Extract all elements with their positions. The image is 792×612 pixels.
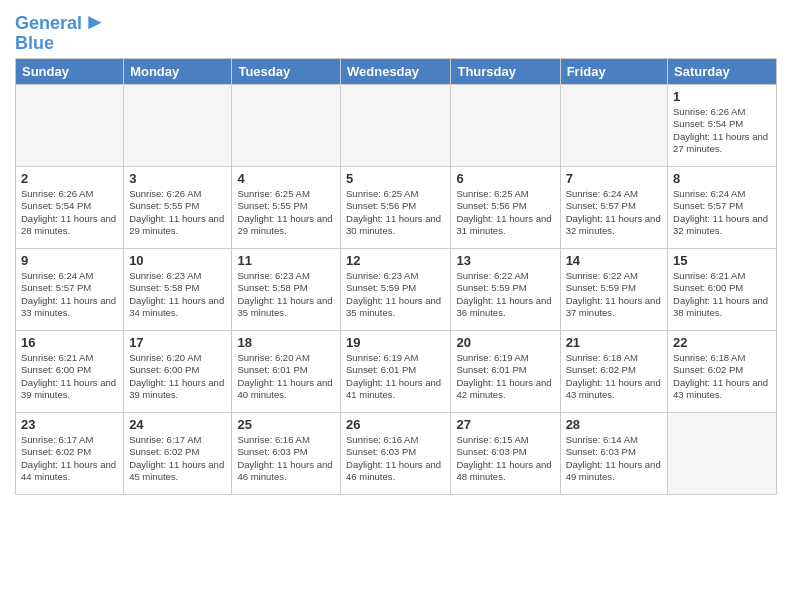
week-row-2: 9Sunrise: 6:24 AM Sunset: 5:57 PM Daylig…	[16, 248, 777, 330]
calendar-cell	[341, 84, 451, 166]
weekday-header-friday: Friday	[560, 58, 667, 84]
calendar-cell: 28Sunrise: 6:14 AM Sunset: 6:03 PM Dayli…	[560, 412, 667, 494]
day-info: Sunrise: 6:15 AM Sunset: 6:03 PM Dayligh…	[456, 434, 554, 483]
day-info: Sunrise: 6:24 AM Sunset: 5:57 PM Dayligh…	[21, 270, 118, 319]
day-number: 9	[21, 253, 118, 268]
calendar-cell: 15Sunrise: 6:21 AM Sunset: 6:00 PM Dayli…	[668, 248, 777, 330]
weekday-header-wednesday: Wednesday	[341, 58, 451, 84]
week-row-0: 1Sunrise: 6:26 AM Sunset: 5:54 PM Daylig…	[16, 84, 777, 166]
header: General► Blue	[15, 10, 777, 54]
calendar-cell: 11Sunrise: 6:23 AM Sunset: 5:58 PM Dayli…	[232, 248, 341, 330]
day-number: 2	[21, 171, 118, 186]
day-number: 28	[566, 417, 662, 432]
day-number: 1	[673, 89, 771, 104]
day-info: Sunrise: 6:21 AM Sunset: 6:00 PM Dayligh…	[673, 270, 771, 319]
calendar-cell	[124, 84, 232, 166]
day-info: Sunrise: 6:22 AM Sunset: 5:59 PM Dayligh…	[566, 270, 662, 319]
day-info: Sunrise: 6:20 AM Sunset: 6:01 PM Dayligh…	[237, 352, 335, 401]
day-number: 8	[673, 171, 771, 186]
day-info: Sunrise: 6:26 AM Sunset: 5:54 PM Dayligh…	[21, 188, 118, 237]
calendar-cell: 2Sunrise: 6:26 AM Sunset: 5:54 PM Daylig…	[16, 166, 124, 248]
day-info: Sunrise: 6:17 AM Sunset: 6:02 PM Dayligh…	[21, 434, 118, 483]
day-number: 23	[21, 417, 118, 432]
day-info: Sunrise: 6:25 AM Sunset: 5:56 PM Dayligh…	[346, 188, 445, 237]
calendar-cell	[668, 412, 777, 494]
page-container: General► Blue SundayMondayTuesdayWednesd…	[0, 0, 792, 505]
day-info: Sunrise: 6:23 AM Sunset: 5:58 PM Dayligh…	[129, 270, 226, 319]
calendar-cell: 23Sunrise: 6:17 AM Sunset: 6:02 PM Dayli…	[16, 412, 124, 494]
weekday-header-row: SundayMondayTuesdayWednesdayThursdayFrid…	[16, 58, 777, 84]
day-info: Sunrise: 6:25 AM Sunset: 5:56 PM Dayligh…	[456, 188, 554, 237]
logo: General► Blue	[15, 10, 106, 54]
day-number: 13	[456, 253, 554, 268]
calendar-cell: 27Sunrise: 6:15 AM Sunset: 6:03 PM Dayli…	[451, 412, 560, 494]
day-info: Sunrise: 6:22 AM Sunset: 5:59 PM Dayligh…	[456, 270, 554, 319]
day-number: 18	[237, 335, 335, 350]
day-number: 11	[237, 253, 335, 268]
calendar-cell: 24Sunrise: 6:17 AM Sunset: 6:02 PM Dayli…	[124, 412, 232, 494]
day-number: 21	[566, 335, 662, 350]
day-number: 7	[566, 171, 662, 186]
logo-blue: Blue	[15, 34, 106, 54]
day-number: 3	[129, 171, 226, 186]
calendar-cell: 13Sunrise: 6:22 AM Sunset: 5:59 PM Dayli…	[451, 248, 560, 330]
logo-general: General	[15, 13, 82, 33]
day-number: 22	[673, 335, 771, 350]
calendar-cell: 9Sunrise: 6:24 AM Sunset: 5:57 PM Daylig…	[16, 248, 124, 330]
day-number: 4	[237, 171, 335, 186]
weekday-header-tuesday: Tuesday	[232, 58, 341, 84]
calendar-cell	[560, 84, 667, 166]
calendar-cell: 18Sunrise: 6:20 AM Sunset: 6:01 PM Dayli…	[232, 330, 341, 412]
week-row-3: 16Sunrise: 6:21 AM Sunset: 6:00 PM Dayli…	[16, 330, 777, 412]
day-info: Sunrise: 6:24 AM Sunset: 5:57 PM Dayligh…	[673, 188, 771, 237]
day-info: Sunrise: 6:18 AM Sunset: 6:02 PM Dayligh…	[566, 352, 662, 401]
day-info: Sunrise: 6:23 AM Sunset: 5:58 PM Dayligh…	[237, 270, 335, 319]
calendar-cell: 17Sunrise: 6:20 AM Sunset: 6:00 PM Dayli…	[124, 330, 232, 412]
calendar-cell: 25Sunrise: 6:16 AM Sunset: 6:03 PM Dayli…	[232, 412, 341, 494]
weekday-header-thursday: Thursday	[451, 58, 560, 84]
calendar-table: SundayMondayTuesdayWednesdayThursdayFrid…	[15, 58, 777, 495]
calendar-cell: 1Sunrise: 6:26 AM Sunset: 5:54 PM Daylig…	[668, 84, 777, 166]
calendar-cell	[16, 84, 124, 166]
day-number: 12	[346, 253, 445, 268]
calendar-cell: 20Sunrise: 6:19 AM Sunset: 6:01 PM Dayli…	[451, 330, 560, 412]
day-number: 14	[566, 253, 662, 268]
day-info: Sunrise: 6:16 AM Sunset: 6:03 PM Dayligh…	[346, 434, 445, 483]
calendar-cell: 22Sunrise: 6:18 AM Sunset: 6:02 PM Dayli…	[668, 330, 777, 412]
day-info: Sunrise: 6:14 AM Sunset: 6:03 PM Dayligh…	[566, 434, 662, 483]
day-number: 20	[456, 335, 554, 350]
calendar-cell: 16Sunrise: 6:21 AM Sunset: 6:00 PM Dayli…	[16, 330, 124, 412]
day-info: Sunrise: 6:18 AM Sunset: 6:02 PM Dayligh…	[673, 352, 771, 401]
day-info: Sunrise: 6:21 AM Sunset: 6:00 PM Dayligh…	[21, 352, 118, 401]
day-number: 15	[673, 253, 771, 268]
day-info: Sunrise: 6:25 AM Sunset: 5:55 PM Dayligh…	[237, 188, 335, 237]
weekday-header-monday: Monday	[124, 58, 232, 84]
day-number: 16	[21, 335, 118, 350]
day-info: Sunrise: 6:24 AM Sunset: 5:57 PM Dayligh…	[566, 188, 662, 237]
day-info: Sunrise: 6:26 AM Sunset: 5:55 PM Dayligh…	[129, 188, 226, 237]
calendar-cell: 3Sunrise: 6:26 AM Sunset: 5:55 PM Daylig…	[124, 166, 232, 248]
day-number: 6	[456, 171, 554, 186]
day-number: 27	[456, 417, 554, 432]
day-number: 24	[129, 417, 226, 432]
calendar-cell: 26Sunrise: 6:16 AM Sunset: 6:03 PM Dayli…	[341, 412, 451, 494]
calendar-cell: 14Sunrise: 6:22 AM Sunset: 5:59 PM Dayli…	[560, 248, 667, 330]
week-row-1: 2Sunrise: 6:26 AM Sunset: 5:54 PM Daylig…	[16, 166, 777, 248]
day-info: Sunrise: 6:19 AM Sunset: 6:01 PM Dayligh…	[456, 352, 554, 401]
logo-text: General►	[15, 10, 106, 34]
calendar-cell: 12Sunrise: 6:23 AM Sunset: 5:59 PM Dayli…	[341, 248, 451, 330]
calendar-cell	[232, 84, 341, 166]
calendar-cell	[451, 84, 560, 166]
weekday-header-sunday: Sunday	[16, 58, 124, 84]
calendar-cell: 5Sunrise: 6:25 AM Sunset: 5:56 PM Daylig…	[341, 166, 451, 248]
day-info: Sunrise: 6:19 AM Sunset: 6:01 PM Dayligh…	[346, 352, 445, 401]
day-number: 25	[237, 417, 335, 432]
calendar-cell: 21Sunrise: 6:18 AM Sunset: 6:02 PM Dayli…	[560, 330, 667, 412]
calendar-cell: 8Sunrise: 6:24 AM Sunset: 5:57 PM Daylig…	[668, 166, 777, 248]
calendar-cell: 4Sunrise: 6:25 AM Sunset: 5:55 PM Daylig…	[232, 166, 341, 248]
day-info: Sunrise: 6:17 AM Sunset: 6:02 PM Dayligh…	[129, 434, 226, 483]
week-row-4: 23Sunrise: 6:17 AM Sunset: 6:02 PM Dayli…	[16, 412, 777, 494]
day-number: 26	[346, 417, 445, 432]
day-info: Sunrise: 6:23 AM Sunset: 5:59 PM Dayligh…	[346, 270, 445, 319]
day-info: Sunrise: 6:26 AM Sunset: 5:54 PM Dayligh…	[673, 106, 771, 155]
